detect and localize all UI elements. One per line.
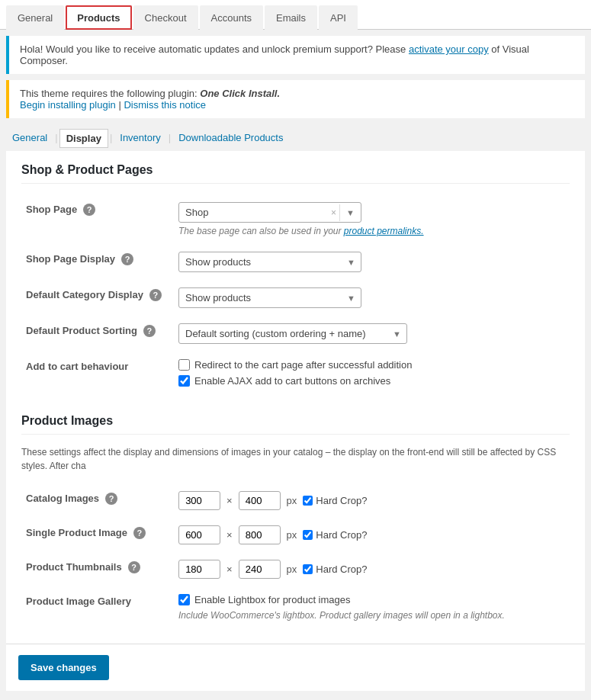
redirect-checkbox-row: Redirect to the cart page after successf… bbox=[178, 359, 565, 371]
redirect-checkbox[interactable] bbox=[178, 359, 190, 371]
notice-blue-text-before: Hola! Would you like to receive automati… bbox=[20, 43, 409, 55]
catalog-images-size-row: × px Hard Crop? bbox=[178, 491, 565, 510]
single-product-image-width[interactable] bbox=[178, 525, 220, 544]
product-thumbnails-hard-crop-checkbox[interactable] bbox=[303, 564, 313, 574]
tab-checkout[interactable]: Checkout bbox=[133, 5, 198, 30]
product-thumbnails-hard-crop-label: Hard Crop? bbox=[316, 564, 367, 575]
product-thumbnails-label: Product Thumbnails bbox=[26, 561, 122, 573]
sub-tab-sep-1: | bbox=[53, 129, 59, 148]
shop-page-display-select[interactable]: Show products Show categories Show both bbox=[178, 252, 361, 272]
lightbox-checkbox[interactable] bbox=[178, 594, 190, 605]
catalog-images-hard-crop-checkbox[interactable] bbox=[303, 496, 313, 506]
single-product-image-px: px bbox=[287, 529, 297, 541]
ajax-checkbox-label: Enable AJAX add to cart buttons on archi… bbox=[194, 375, 390, 387]
redirect-checkbox-label: Redirect to the cart page after successf… bbox=[194, 359, 412, 371]
default-category-display-label: Default Category Display bbox=[26, 289, 143, 300]
shop-page-help-icon[interactable]: ? bbox=[83, 204, 95, 216]
tabs-bar: General Products Checkout Accounts Email… bbox=[0, 0, 591, 30]
product-thumbnails-size-row: × px Hard Crop? bbox=[178, 560, 565, 579]
shop-page-display-help-icon[interactable]: ? bbox=[121, 253, 133, 265]
content-area: Shop & Product Pages Shop Page ? Shop × bbox=[6, 151, 585, 644]
default-category-display-row: Default Category Display ? Show products… bbox=[21, 280, 570, 316]
lightbox-note: Include WooCommerce's lightbox. Product … bbox=[178, 610, 565, 621]
default-product-sorting-select-wrap: Default sorting (custom ordering + name)… bbox=[178, 323, 407, 344]
shop-form-table: Shop Page ? Shop × ▼ The base page can a… bbox=[21, 194, 570, 399]
shop-page-select-wrap[interactable]: Shop × ▼ bbox=[178, 202, 361, 223]
default-product-sorting-select[interactable]: Default sorting (custom ordering + name)… bbox=[178, 323, 407, 344]
catalog-images-row: Catalog Images ? × px Hard Crop? bbox=[21, 483, 570, 518]
add-to-cart-label: Add to cart behaviour bbox=[26, 361, 128, 372]
notice-yellow-line1: This theme requires the following plugin… bbox=[20, 88, 574, 99]
page-wrapper: General Products Checkout Accounts Email… bbox=[0, 0, 591, 700]
catalog-images-width[interactable] bbox=[178, 491, 220, 510]
sub-tab-downloadable[interactable]: Downloadable Products bbox=[172, 129, 289, 148]
catalog-images-help-icon[interactable]: ? bbox=[105, 493, 117, 505]
sub-tab-display[interactable]: Display bbox=[59, 129, 108, 148]
begin-installing-link[interactable]: Begin installing plugin bbox=[20, 99, 116, 111]
single-product-image-row: Single Product Image ? × px Hard Crop? bbox=[21, 518, 570, 552]
tab-accounts[interactable]: Accounts bbox=[200, 5, 263, 30]
dismiss-notice-link[interactable]: Dismiss this notice bbox=[124, 99, 206, 111]
tab-api[interactable]: API bbox=[319, 5, 358, 30]
product-images-description: These settings affect the display and di… bbox=[21, 445, 570, 473]
shop-page-display-row: Shop Page Display ? Show products Show c… bbox=[21, 244, 570, 280]
catalog-images-x: × bbox=[226, 495, 233, 506]
product-images-form-table: Catalog Images ? × px Hard Crop? bbox=[21, 483, 570, 628]
sub-tab-inventory[interactable]: Inventory bbox=[114, 129, 166, 148]
product-image-gallery-row: Product Image Gallery Enable Lightbox fo… bbox=[21, 586, 570, 628]
product-permalinks-link[interactable]: product permalinks. bbox=[344, 226, 424, 236]
notice-yellow: This theme requires the following plugin… bbox=[6, 80, 585, 118]
catalog-images-hard-crop-label: Hard Crop? bbox=[316, 495, 367, 506]
single-product-image-size-row: × px Hard Crop? bbox=[178, 525, 565, 544]
tab-emails[interactable]: Emails bbox=[265, 5, 317, 30]
notice-plugin-name: One Click Install. bbox=[200, 88, 280, 99]
main-content: Hola! Would you like to receive automati… bbox=[0, 36, 591, 691]
shop-section-title: Shop & Product Pages bbox=[21, 163, 570, 184]
save-changes-button[interactable]: Save changes bbox=[18, 655, 109, 680]
single-product-image-label: Single Product Image bbox=[26, 527, 127, 538]
shop-page-row: Shop Page ? Shop × ▼ The base page can a… bbox=[21, 194, 570, 244]
shop-page-dropdown-icon[interactable]: ▼ bbox=[339, 204, 361, 221]
notice-blue: Hola! Would you like to receive automati… bbox=[6, 36, 585, 74]
activate-copy-link[interactable]: activate your copy bbox=[409, 43, 489, 55]
product-thumbnails-height[interactable] bbox=[239, 560, 281, 579]
default-category-display-select[interactable]: Show products Show categories Show both bbox=[178, 287, 361, 308]
single-product-image-help-icon[interactable]: ? bbox=[133, 527, 146, 539]
catalog-images-px: px bbox=[287, 495, 297, 506]
single-product-image-height[interactable] bbox=[239, 525, 281, 544]
single-product-image-x: × bbox=[226, 529, 233, 541]
product-thumbnails-help-icon[interactable]: ? bbox=[128, 561, 140, 573]
product-thumbnails-row: Product Thumbnails ? × px Hard Crop? bbox=[21, 552, 570, 586]
default-category-display-help-icon[interactable]: ? bbox=[149, 289, 162, 301]
sub-tab-general[interactable]: General bbox=[6, 129, 53, 148]
lightbox-checkbox-label: Enable Lightbox for product images bbox=[194, 594, 351, 605]
tab-general[interactable]: General bbox=[6, 5, 64, 30]
ajax-checkbox[interactable] bbox=[178, 375, 190, 387]
sub-tab-sep-3: | bbox=[167, 129, 172, 148]
catalog-images-label: Catalog Images bbox=[26, 493, 99, 504]
shop-page-value: Shop bbox=[179, 203, 328, 222]
shop-page-display-label: Shop Page Display bbox=[26, 253, 115, 265]
product-images-section-title: Product Images bbox=[21, 414, 570, 435]
footer-bar: Save changes bbox=[6, 644, 585, 691]
add-to-cart-row: Add to cart behaviour Redirect to the ca… bbox=[21, 352, 570, 399]
shop-page-label: Shop Page bbox=[26, 204, 77, 215]
tab-products[interactable]: Products bbox=[66, 5, 131, 30]
sub-tabs: General | Display | Inventory | Download… bbox=[6, 124, 585, 151]
default-product-sorting-label: Default Product Sorting bbox=[26, 325, 137, 336]
product-thumbnails-width[interactable] bbox=[178, 560, 220, 579]
shop-page-note: The base page can also be used in your p… bbox=[178, 226, 565, 236]
shop-page-clear-icon[interactable]: × bbox=[328, 204, 339, 222]
single-product-image-hard-crop-checkbox[interactable] bbox=[303, 530, 313, 540]
default-category-display-select-wrap: Show products Show categories Show both … bbox=[178, 287, 361, 308]
sub-tab-sep-2: | bbox=[108, 129, 114, 148]
default-product-sorting-row: Default Product Sorting ? Default sortin… bbox=[21, 316, 570, 352]
notice-yellow-line2: Begin installing plugin | Dismiss this n… bbox=[20, 99, 574, 111]
product-thumbnails-x: × bbox=[226, 564, 233, 575]
catalog-images-height[interactable] bbox=[239, 491, 281, 510]
single-product-image-hard-crop-label: Hard Crop? bbox=[316, 529, 367, 541]
lightbox-checkbox-row: Enable Lightbox for product images bbox=[178, 594, 565, 605]
notice-yellow-text-before: This theme requires the following plugin… bbox=[20, 88, 200, 99]
default-product-sorting-help-icon[interactable]: ? bbox=[143, 325, 156, 337]
ajax-checkbox-row: Enable AJAX add to cart buttons on archi… bbox=[178, 375, 565, 387]
